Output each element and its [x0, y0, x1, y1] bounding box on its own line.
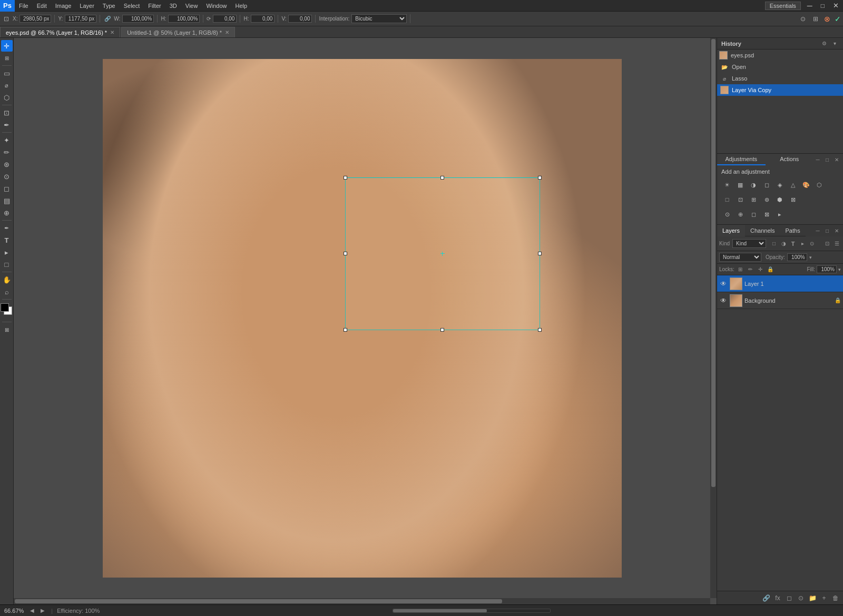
- link-layers-btn[interactable]: 🔗: [761, 593, 771, 603]
- history-item-snapshot[interactable]: eyes.psd: [717, 49, 843, 61]
- history-brush-tool[interactable]: ⊙: [1, 171, 13, 182]
- menu-3d[interactable]: 3D: [165, 0, 181, 11]
- spot-healing-tool[interactable]: ✦: [1, 134, 13, 146]
- tab-paths[interactable]: Paths: [780, 225, 806, 236]
- history-panel-arrow-icon[interactable]: ▾: [830, 39, 839, 48]
- levels-icon[interactable]: ▦: [734, 179, 746, 191]
- transform-handle-middle-right[interactable]: [538, 252, 542, 255]
- menu-layer[interactable]: Layer: [75, 0, 99, 11]
- hue-saturation-icon[interactable]: △: [787, 179, 799, 191]
- gradient-tool[interactable]: ▤: [1, 195, 13, 206]
- status-play-icon[interactable]: ▶: [38, 607, 47, 615]
- menu-edit[interactable]: Edit: [33, 0, 51, 11]
- gradient-map-icon[interactable]: ⊕: [734, 208, 746, 220]
- color-balance-icon[interactable]: 🎨: [800, 179, 812, 191]
- lasso-tool[interactable]: ⌀: [1, 80, 13, 91]
- selective-color-icon[interactable]: ⊙: [721, 208, 733, 220]
- history-item-open[interactable]: 📂 Open: [717, 61, 843, 73]
- path-selection-tool[interactable]: ▸: [1, 246, 13, 258]
- w-input[interactable]: [122, 15, 154, 23]
- adjustments-collapse-icon[interactable]: ─: [813, 155, 822, 164]
- opacity-stepper-icon[interactable]: ▾: [809, 255, 812, 260]
- screen-mode-btn[interactable]: ⊠: [1, 324, 13, 335]
- menu-type[interactable]: Type: [99, 0, 120, 11]
- h-skew-input[interactable]: [251, 15, 275, 23]
- create-group-btn[interactable]: 📁: [807, 593, 818, 603]
- tab-close-icon[interactable]: ✕: [110, 29, 114, 35]
- transform-handle-top-center[interactable]: [440, 176, 444, 180]
- horizontal-scrollbar-bottom[interactable]: [393, 609, 551, 613]
- history-panel-settings-icon[interactable]: ⚙: [820, 39, 828, 48]
- rectangle-tool[interactable]: □: [1, 259, 13, 270]
- transform-handle-bottom-right[interactable]: [538, 328, 542, 332]
- layers-expand-icon[interactable]: □: [823, 226, 831, 235]
- filter-pixel-icon[interactable]: □: [770, 240, 778, 248]
- toggle-reference-icon[interactable]: ⊞: [811, 15, 820, 23]
- quick-select-tool[interactable]: ⬡: [1, 92, 13, 103]
- vibrance-icon[interactable]: ◈: [774, 179, 786, 191]
- hand-tool[interactable]: ✋: [1, 274, 13, 285]
- create-layer-btn[interactable]: +: [819, 593, 829, 603]
- tab-actions[interactable]: Actions: [766, 154, 814, 165]
- tab-channels[interactable]: Channels: [745, 225, 780, 236]
- filter-smart-icon[interactable]: ⊙: [808, 240, 816, 248]
- brightness-contrast-icon[interactable]: ☀: [721, 179, 733, 191]
- rotation-input[interactable]: [213, 15, 237, 23]
- window-close-btn[interactable]: ✕: [829, 2, 843, 9]
- pen-tool[interactable]: ✒: [1, 222, 13, 234]
- text-tool[interactable]: T: [1, 234, 13, 246]
- vertical-scrollbar[interactable]: [710, 38, 717, 598]
- menu-file[interactable]: File: [15, 0, 33, 11]
- eyedropper-tool[interactable]: ✒: [1, 119, 13, 131]
- opacity-input[interactable]: [787, 253, 807, 261]
- transform-center-point[interactable]: [440, 252, 445, 256]
- gradient-fill-icon[interactable]: ⊠: [761, 208, 772, 220]
- create-fill-adjustment-btn[interactable]: ⊙: [796, 593, 806, 603]
- marquee-tool[interactable]: ▭: [1, 67, 13, 79]
- exposure-icon[interactable]: ◻: [761, 179, 772, 191]
- tab-adjustments[interactable]: Adjustments: [717, 154, 766, 165]
- essentials-button[interactable]: Essentials: [765, 2, 801, 10]
- blend-mode-select[interactable]: Normal Dissolve Darken Multiply Screen O…: [719, 253, 761, 262]
- photo-filter-icon[interactable]: □: [721, 194, 733, 205]
- channel-mixer-icon[interactable]: ⊡: [734, 194, 746, 205]
- history-item-layer-via-copy[interactable]: Layer Via Copy: [717, 84, 843, 96]
- horizontal-scrollbar[interactable]: [14, 598, 710, 604]
- pattern-fill-icon[interactable]: ▸: [774, 208, 786, 220]
- invert-icon[interactable]: ⊛: [761, 194, 772, 205]
- tab-untitled[interactable]: Untitled-1 @ 50% (Layer 1, RGB/8) * ✕: [121, 27, 235, 37]
- layers-close-icon[interactable]: ✕: [832, 226, 841, 235]
- delete-layer-btn[interactable]: 🗑: [830, 593, 841, 603]
- tab-layers[interactable]: Layers: [717, 225, 745, 236]
- transform-handle-middle-left[interactable]: [344, 252, 347, 255]
- menu-help[interactable]: Help: [231, 0, 252, 11]
- transform-handle-top-right[interactable]: [538, 176, 542, 180]
- color-lookup-icon[interactable]: ⊞: [748, 194, 759, 205]
- layers-collapse-icon[interactable]: ─: [813, 226, 822, 235]
- layers-panel-menu-icon[interactable]: ☰: [832, 240, 841, 248]
- tab-eyes-psd[interactable]: eyes.psd @ 66.7% (Layer 1, RGB/16) * ✕: [0, 27, 120, 37]
- layer-visibility-icon-background[interactable]: 👁: [719, 296, 728, 305]
- cancel-transform-icon[interactable]: ⊗: [824, 15, 830, 23]
- clone-stamp-tool[interactable]: ⊛: [1, 158, 13, 170]
- lock-transparent-pixels-icon[interactable]: ⊞: [736, 265, 744, 274]
- interpolation-select[interactable]: Bicubic Bilinear Nearest Neighbor: [351, 14, 407, 23]
- filter-adjustment-icon[interactable]: ◑: [779, 240, 788, 248]
- vertical-scrollbar-thumb[interactable]: [711, 39, 715, 487]
- menu-select[interactable]: Select: [120, 0, 144, 11]
- tab-close-icon[interactable]: ✕: [225, 29, 229, 35]
- transform-handle-top-left[interactable]: [344, 176, 347, 180]
- adjustments-close-icon[interactable]: ✕: [832, 155, 841, 164]
- posterize-icon[interactable]: ⬢: [774, 194, 786, 205]
- move-tool[interactable]: ✛: [1, 40, 13, 52]
- menu-view[interactable]: View: [181, 0, 202, 11]
- add-layer-style-btn[interactable]: fx: [772, 593, 783, 603]
- filter-text-icon[interactable]: T: [789, 240, 797, 248]
- menu-filter[interactable]: Filter: [144, 0, 165, 11]
- y-input[interactable]: [65, 15, 96, 23]
- window-minimize-btn[interactable]: ─: [803, 2, 817, 10]
- status-arrow-left-icon[interactable]: ◀: [28, 607, 36, 615]
- layer-row-background[interactable]: 👁 Background 🔒: [717, 292, 843, 309]
- zoom-tool[interactable]: ⌕: [1, 286, 13, 297]
- history-item-lasso[interactable]: ⌀ Lasso: [717, 73, 843, 84]
